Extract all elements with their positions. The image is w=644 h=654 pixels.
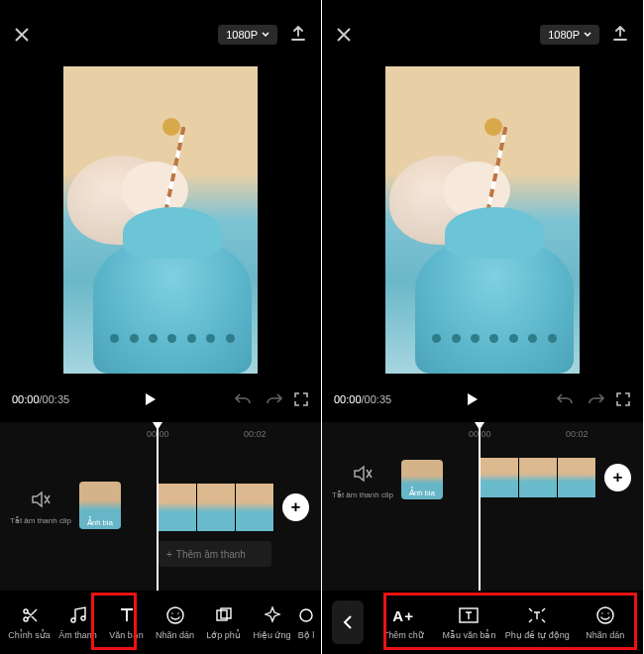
close-button[interactable] — [14, 27, 30, 43]
toolbar: Chỉnh sửa Âm thanh Văn bản Nhãn dán Lớp … — [0, 591, 321, 654]
editor-screen-right: 1080P 00:00/00:35 — [322, 0, 644, 654]
mute-clip-button[interactable]: Tắt âm thanh clip — [10, 486, 71, 526]
chevron-left-icon — [343, 615, 353, 629]
text-template-icon — [458, 605, 480, 625]
svg-point-0 — [167, 607, 183, 623]
tool-auto-subtitle[interactable]: Phụ đề tự động — [503, 599, 572, 646]
text-submenu-toolbar: A+ Thêm chữ Mẫu văn bản Phụ đề tự động N… — [322, 591, 643, 654]
undo-button[interactable] — [556, 392, 574, 406]
top-bar: 1080P — [322, 0, 643, 69]
tool-sticker[interactable]: Nhãn dán — [152, 599, 198, 646]
svg-point-3 — [300, 609, 312, 621]
clip-segment[interactable] — [558, 458, 596, 497]
add-clip-button[interactable]: + — [282, 493, 309, 521]
add-clip-button[interactable]: + — [604, 464, 631, 491]
tool-sticker[interactable]: Nhãn dán — [574, 599, 637, 646]
cover-thumbnail[interactable]: Ảnh bìa — [79, 482, 121, 529]
redo-button[interactable] — [588, 392, 605, 406]
undo-icon — [556, 392, 574, 406]
export-icon — [289, 26, 307, 44]
video-track[interactable]: + — [159, 484, 309, 531]
clip-segment[interactable] — [197, 484, 236, 531]
tool-label: Phụ đề tự động — [505, 630, 570, 640]
undo-button[interactable] — [234, 392, 252, 406]
sticker-icon — [595, 605, 615, 625]
timeline[interactable]: 00:00 00:02 Tắt âm thanh clip Ảnh bìa + — [322, 422, 643, 591]
resolution-selector[interactable]: 1080P — [218, 25, 277, 45]
mute-clip-button[interactable]: Tắt âm thanh clip — [332, 460, 393, 500]
fullscreen-button[interactable] — [293, 391, 309, 407]
scissors-icon — [20, 605, 40, 625]
clip-segment[interactable] — [481, 458, 519, 497]
subtitle-icon — [526, 605, 548, 625]
clip-segment[interactable] — [159, 484, 197, 531]
video-track[interactable]: + — [481, 458, 631, 497]
play-button[interactable] — [142, 391, 158, 407]
tool-text[interactable]: Văn bản — [103, 599, 150, 646]
text-icon — [117, 605, 137, 625]
redo-icon — [588, 392, 605, 406]
play-icon — [142, 391, 158, 407]
export-button[interactable] — [611, 26, 629, 44]
undo-icon — [234, 392, 252, 406]
music-icon — [68, 605, 88, 625]
tool-effect[interactable]: Hiệu ứng — [249, 599, 295, 646]
tool-label: Hiệu ứng — [253, 630, 290, 640]
clip-segment[interactable] — [236, 484, 274, 531]
svg-point-5 — [597, 607, 613, 623]
video-preview[interactable] — [0, 69, 321, 377]
video-frame — [63, 66, 258, 374]
playback-time: 00:00/00:35 — [12, 393, 69, 405]
clip-segment[interactable] — [519, 458, 558, 497]
export-icon — [611, 26, 629, 44]
sticker-icon — [165, 605, 185, 625]
tool-filter-partial[interactable]: Bộ l — [297, 599, 315, 646]
tool-label: Văn bản — [109, 630, 144, 640]
editor-screen-left: 1080P 00:00/00:35 — [0, 0, 322, 654]
filter-icon — [299, 605, 313, 625]
back-button[interactable] — [332, 600, 364, 644]
mute-icon — [30, 489, 52, 510]
tool-edit[interactable]: Chỉnh sửa — [6, 599, 53, 646]
chevron-down-icon — [262, 32, 269, 38]
playhead[interactable] — [479, 422, 481, 591]
close-icon — [14, 27, 30, 43]
expand-icon — [293, 391, 309, 407]
mute-label: Tắt âm thanh clip — [10, 517, 71, 526]
tool-label: Nhãn dán — [156, 630, 194, 640]
tool-add-text[interactable]: A+ Thêm chữ — [372, 599, 435, 646]
tool-label: Chỉnh sửa — [8, 630, 51, 640]
playhead[interactable] — [157, 422, 159, 591]
redo-button[interactable] — [266, 392, 283, 406]
add-audio-button[interactable]: + Thêm âm thanh — [159, 541, 271, 567]
tool-label: Lớp phủ — [206, 630, 241, 640]
transport-bar: 00:00/00:35 — [322, 377, 643, 422]
sparkle-icon — [263, 605, 282, 625]
expand-icon — [615, 391, 631, 407]
fullscreen-button[interactable] — [615, 391, 631, 407]
redo-icon — [266, 392, 283, 406]
resolution-selector[interactable]: 1080P — [540, 25, 599, 45]
play-button[interactable] — [464, 391, 480, 407]
tool-label: Mẫu văn bản — [442, 630, 495, 640]
resolution-value: 1080P — [226, 29, 258, 41]
tool-label: Thêm chữ — [383, 630, 424, 640]
close-icon — [336, 27, 352, 43]
close-button[interactable] — [336, 27, 352, 43]
chevron-down-icon — [584, 32, 591, 38]
cover-label: Ảnh bìa — [401, 489, 443, 497]
export-button[interactable] — [289, 26, 307, 44]
tool-audio[interactable]: Âm thanh — [54, 599, 101, 646]
resolution-value: 1080P — [548, 29, 580, 41]
tool-overlay[interactable]: Lớp phủ — [200, 599, 247, 646]
cover-label: Ảnh bìa — [79, 518, 121, 527]
tool-label: Âm thanh — [58, 630, 97, 640]
play-icon — [464, 391, 480, 407]
cover-thumbnail[interactable]: Ảnh bìa — [401, 460, 443, 499]
timeline[interactable]: 00:00 00:02 Tắt âm thanh clip Ảnh bìa + … — [0, 422, 321, 591]
mute-label: Tắt âm thanh clip — [332, 491, 393, 500]
transport-bar: 00:00/00:35 — [0, 377, 321, 422]
overlay-icon — [214, 605, 234, 625]
tool-text-template[interactable]: Mẫu văn bản — [437, 599, 500, 646]
video-preview[interactable] — [322, 69, 643, 377]
